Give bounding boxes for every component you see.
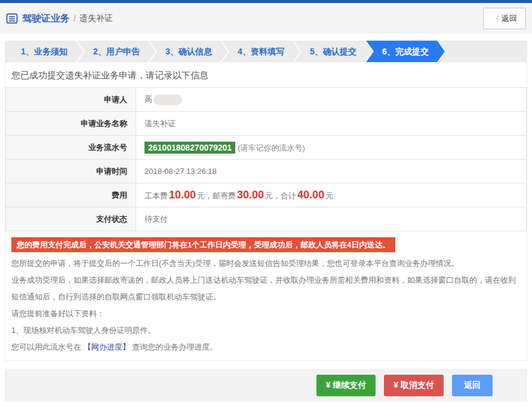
breadcrumb-separator: / (73, 14, 76, 23)
business-name-label: 申请业务名称 (6, 112, 136, 136)
step-tabs-filler (438, 41, 527, 62)
continue-pay-button[interactable]: ¥ 继续支付 (316, 375, 376, 396)
applicant-name: 高 (144, 94, 152, 103)
redacted-name-blur (153, 94, 182, 105)
fee-sep1: ， (205, 191, 213, 200)
breadcrumb: 驾驶证业务 / 遗失补证 (6, 13, 113, 25)
table-row-serial: 业务流水号 261001808270079201(请牢记你的流水号) (6, 136, 527, 160)
notice-paragraph: 您所提交的申请，将于提交后的一个工作日(不含当天)受理，届时会发送短信告知受理结… (11, 255, 521, 272)
breadcrumb-section[interactable]: 驾驶证业务 (22, 13, 70, 25)
serial-value: 261001808270079201(请牢记你的流水号) (136, 136, 527, 160)
step-tab-5[interactable]: 5、确认提交 (294, 41, 373, 62)
fee-total-amount: 40.00 (297, 189, 324, 201)
table-row-business-name: 申请业务名称 遗失补证 (6, 112, 527, 136)
step-tab-1[interactable]: 1、业务须知 (5, 41, 84, 62)
fee-value: 工本费10.00元，邮寄费30.00元，合计40.00元 (136, 183, 527, 207)
fee-item3-label: 合计 (281, 191, 296, 200)
apply-time-value: 2018-08-27 13:26:18 (136, 160, 527, 183)
fee-label: 费用 (6, 183, 136, 207)
fee-item1-unit: 元 (197, 191, 205, 200)
notice-paragraphs: 您所提交的申请，将于提交后的一个工作日(不含当天)受理，届时会发送短信告知受理结… (5, 252, 527, 356)
table-row-fee: 费用 工本费10.00元，邮寄费30.00元，合计40.00元 (6, 183, 527, 207)
success-message: 您已成功提交遗失补证业务申请，请记录以下信息 (5, 62, 527, 87)
application-info-table: 申请人 高 申请业务名称 遗失补证 业务流水号 2610018082700792… (5, 87, 527, 231)
progress-link-text: 【网办进度】 (84, 342, 130, 351)
fee-item2-amount: 30.00 (237, 189, 264, 201)
applicant-value: 高 (136, 88, 527, 112)
chevron-left-icon: 〈 (492, 14, 499, 24)
main-content: 您已成功提交遗失补证业务申请，请记录以下信息 申请人 高 申请业务名称 遗失补证… (5, 62, 527, 361)
footer-action-bar: ¥ 继续支付 ¥ 取消支付 返回 (5, 369, 527, 402)
pay-status-value: 待支付 (136, 207, 527, 231)
fee-item1-label: 工本费 (144, 191, 168, 200)
step-tab-6-active[interactable]: 6、完成提交 (366, 41, 445, 62)
header-back-button[interactable]: 〈 返回 (483, 8, 526, 29)
progress-note: 您可以用此流水号在 【网办进度】 查询您的业务办理进度。 (11, 339, 521, 356)
notice-paragraph: 业务成功受理后，如果选择邮政寄递的，邮政人员将上门送达机动车驾驶证，并收取办理业… (11, 272, 521, 305)
serial-label: 业务流水号 (6, 136, 136, 160)
serial-number-badge: 261001808270079201 (144, 142, 235, 154)
fee-item2-unit: 元 (265, 191, 273, 200)
return-button[interactable]: 返回 (452, 375, 493, 396)
applicant-label: 申请人 (6, 88, 136, 112)
progress-note-prefix: 您可以用此流水号在 (11, 342, 84, 351)
serial-note: (请牢记你的流水号) (238, 143, 305, 152)
business-name-value: 遗失补证 (136, 112, 527, 136)
pay-status-label: 支付状态 (6, 207, 136, 231)
list-icon (6, 13, 18, 25)
apply-time-label: 申请时间 (6, 160, 136, 183)
header-back-label: 返回 (502, 13, 517, 24)
fee-item2-label: 邮寄费 (213, 191, 236, 200)
step-tabs: 1、业务须知 2、用户申告 3、确认信息 4、资料填写 5、确认提交 6、完成提… (5, 41, 527, 62)
table-row-pay-status: 支付状态 待支付 (6, 207, 527, 231)
fee-item1-amount: 10.00 (169, 189, 196, 201)
warning-banner: 您的费用支付完成后，公安机关交通管理部门将在1个工作日内受理，受理成功后，邮政人… (11, 237, 395, 252)
step-tab-4[interactable]: 4、资料填写 (222, 41, 300, 62)
fee-sep2: ， (273, 191, 281, 200)
step-tab-3[interactable]: 3、确认信息 (149, 41, 228, 62)
progress-note-suffix: 查询您的业务办理进度。 (130, 342, 218, 351)
fee-item3-unit: 元 (325, 191, 333, 200)
table-row-apply-time: 申请时间 2018-08-27 13:26:18 (6, 160, 527, 183)
breadcrumb-current: 遗失补证 (79, 13, 113, 24)
step-tab-2[interactable]: 2、用户申告 (77, 41, 156, 62)
table-row-applicant: 申请人 高 (6, 88, 527, 112)
page-header: 驾驶证业务 / 遗失补证 〈 返回 (0, 3, 532, 34)
notice-paragraph: 请您提前准备好以下资料： (11, 305, 521, 322)
cancel-pay-button[interactable]: ¥ 取消支付 (384, 375, 444, 396)
notice-paragraph: 1、现场核对机动车驾驶人身份证明原件。 (11, 322, 521, 339)
